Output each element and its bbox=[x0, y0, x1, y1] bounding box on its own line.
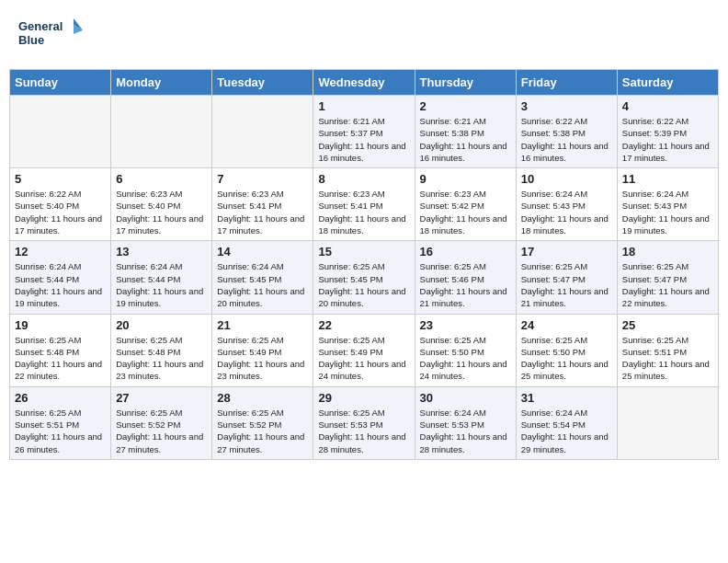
calendar-day-cell: 1Sunrise: 6:21 AMSunset: 5:37 PMDaylight… bbox=[313, 96, 415, 168]
calendar-header-cell: Sunday bbox=[10, 70, 111, 96]
day-number: 11 bbox=[622, 172, 713, 186]
calendar-day-cell: 10Sunrise: 6:24 AMSunset: 5:43 PMDayligh… bbox=[516, 168, 617, 241]
day-info: Sunrise: 6:25 AMSunset: 5:48 PMDaylight:… bbox=[15, 334, 106, 383]
calendar-week-row: 26Sunrise: 6:25 AMSunset: 5:51 PMDayligh… bbox=[10, 386, 719, 459]
day-number: 2 bbox=[420, 99, 511, 113]
calendar-header-cell: Tuesday bbox=[212, 70, 313, 96]
day-info: Sunrise: 6:21 AMSunset: 5:37 PMDaylight:… bbox=[318, 115, 409, 164]
calendar-week-row: 1Sunrise: 6:21 AMSunset: 5:37 PMDaylight… bbox=[10, 96, 719, 168]
calendar-day-cell: 13Sunrise: 6:24 AMSunset: 5:44 PMDayligh… bbox=[111, 241, 212, 314]
day-number: 7 bbox=[217, 172, 308, 186]
day-info: Sunrise: 6:25 AMSunset: 5:45 PMDaylight:… bbox=[318, 260, 409, 309]
day-info: Sunrise: 6:25 AMSunset: 5:49 PMDaylight:… bbox=[318, 334, 409, 383]
calendar-day-cell: 29Sunrise: 6:25 AMSunset: 5:53 PMDayligh… bbox=[313, 386, 415, 459]
calendar-day-cell: 25Sunrise: 6:25 AMSunset: 5:51 PMDayligh… bbox=[617, 314, 718, 386]
day-info: Sunrise: 6:23 AMSunset: 5:40 PMDaylight:… bbox=[116, 188, 207, 236]
calendar-header-cell: Saturday bbox=[617, 70, 718, 96]
day-info: Sunrise: 6:23 AMSunset: 5:41 PMDaylight:… bbox=[318, 188, 409, 236]
day-number: 12 bbox=[15, 245, 106, 259]
calendar-day-cell: 18Sunrise: 6:25 AMSunset: 5:47 PMDayligh… bbox=[617, 241, 718, 314]
calendar-header-cell: Friday bbox=[516, 70, 617, 96]
calendar-day-cell: 22Sunrise: 6:25 AMSunset: 5:49 PMDayligh… bbox=[313, 314, 415, 386]
day-number: 17 bbox=[521, 245, 612, 259]
day-info: Sunrise: 6:23 AMSunset: 5:41 PMDaylight:… bbox=[217, 188, 308, 236]
day-number: 25 bbox=[622, 318, 713, 332]
day-info: Sunrise: 6:22 AMSunset: 5:39 PMDaylight:… bbox=[622, 115, 713, 164]
calendar-day-cell bbox=[10, 96, 111, 168]
calendar-day-cell: 21Sunrise: 6:25 AMSunset: 5:49 PMDayligh… bbox=[212, 314, 313, 386]
calendar-day-cell: 14Sunrise: 6:24 AMSunset: 5:45 PMDayligh… bbox=[212, 241, 313, 314]
day-info: Sunrise: 6:24 AMSunset: 5:44 PMDaylight:… bbox=[15, 260, 106, 309]
calendar-day-cell: 30Sunrise: 6:24 AMSunset: 5:53 PMDayligh… bbox=[415, 386, 516, 459]
day-number: 3 bbox=[521, 99, 612, 113]
day-info: Sunrise: 6:25 AMSunset: 5:51 PMDaylight:… bbox=[15, 407, 106, 455]
day-info: Sunrise: 6:25 AMSunset: 5:52 PMDaylight:… bbox=[217, 407, 308, 455]
logo-svg: General Blue bbox=[18, 14, 83, 55]
day-number: 31 bbox=[521, 391, 612, 405]
calendar-day-cell: 15Sunrise: 6:25 AMSunset: 5:45 PMDayligh… bbox=[313, 241, 415, 314]
day-info: Sunrise: 6:25 AMSunset: 5:46 PMDaylight:… bbox=[420, 260, 511, 309]
day-number: 6 bbox=[116, 172, 207, 186]
calendar-day-cell bbox=[212, 96, 313, 168]
calendar-day-cell: 20Sunrise: 6:25 AMSunset: 5:48 PMDayligh… bbox=[111, 314, 212, 386]
calendar-day-cell: 16Sunrise: 6:25 AMSunset: 5:46 PMDayligh… bbox=[415, 241, 516, 314]
day-info: Sunrise: 6:24 AMSunset: 5:43 PMDaylight:… bbox=[622, 188, 713, 236]
calendar-day-cell bbox=[111, 96, 212, 168]
calendar-day-cell: 12Sunrise: 6:24 AMSunset: 5:44 PMDayligh… bbox=[10, 241, 111, 314]
calendar-day-cell: 23Sunrise: 6:25 AMSunset: 5:50 PMDayligh… bbox=[415, 314, 516, 386]
day-info: Sunrise: 6:22 AMSunset: 5:40 PMDaylight:… bbox=[15, 188, 106, 236]
day-number: 19 bbox=[15, 318, 106, 332]
calendar-day-cell bbox=[617, 386, 718, 459]
day-info: Sunrise: 6:25 AMSunset: 5:50 PMDaylight:… bbox=[420, 334, 511, 383]
day-number: 16 bbox=[420, 245, 511, 259]
calendar-header-cell: Wednesday bbox=[313, 70, 415, 96]
logo[interactable]: General Blue bbox=[18, 14, 83, 55]
day-info: Sunrise: 6:24 AMSunset: 5:54 PMDaylight:… bbox=[521, 407, 612, 455]
day-info: Sunrise: 6:25 AMSunset: 5:50 PMDaylight:… bbox=[521, 334, 612, 383]
calendar-day-cell: 4Sunrise: 6:22 AMSunset: 5:39 PMDaylight… bbox=[617, 96, 718, 168]
calendar-day-cell: 6Sunrise: 6:23 AMSunset: 5:40 PMDaylight… bbox=[111, 168, 212, 241]
calendar-table: SundayMondayTuesdayWednesdayThursdayFrid… bbox=[9, 69, 719, 460]
day-number: 13 bbox=[116, 245, 207, 259]
svg-text:General: General bbox=[18, 19, 63, 33]
day-info: Sunrise: 6:25 AMSunset: 5:47 PMDaylight:… bbox=[622, 260, 713, 309]
day-info: Sunrise: 6:24 AMSunset: 5:43 PMDaylight:… bbox=[521, 188, 612, 236]
day-number: 8 bbox=[318, 172, 409, 186]
day-number: 24 bbox=[521, 318, 612, 332]
calendar-header-row: SundayMondayTuesdayWednesdayThursdayFrid… bbox=[10, 70, 719, 96]
day-number: 18 bbox=[622, 245, 713, 259]
calendar-day-cell: 17Sunrise: 6:25 AMSunset: 5:47 PMDayligh… bbox=[516, 241, 617, 314]
day-info: Sunrise: 6:24 AMSunset: 5:53 PMDaylight:… bbox=[420, 407, 511, 455]
day-info: Sunrise: 6:25 AMSunset: 5:51 PMDaylight:… bbox=[622, 334, 713, 383]
day-number: 14 bbox=[217, 245, 308, 259]
day-number: 27 bbox=[116, 391, 207, 405]
day-number: 28 bbox=[217, 391, 308, 405]
calendar-day-cell: 7Sunrise: 6:23 AMSunset: 5:41 PMDaylight… bbox=[212, 168, 313, 241]
calendar-day-cell: 27Sunrise: 6:25 AMSunset: 5:52 PMDayligh… bbox=[111, 386, 212, 459]
day-number: 15 bbox=[318, 245, 409, 259]
day-number: 26 bbox=[15, 391, 106, 405]
calendar-week-row: 19Sunrise: 6:25 AMSunset: 5:48 PMDayligh… bbox=[10, 314, 719, 386]
calendar-body: 1Sunrise: 6:21 AMSunset: 5:37 PMDaylight… bbox=[10, 96, 719, 460]
calendar-day-cell: 11Sunrise: 6:24 AMSunset: 5:43 PMDayligh… bbox=[617, 168, 718, 241]
day-number: 10 bbox=[521, 172, 612, 186]
day-info: Sunrise: 6:25 AMSunset: 5:53 PMDaylight:… bbox=[318, 407, 409, 455]
day-number: 4 bbox=[622, 99, 713, 113]
calendar-header-cell: Thursday bbox=[415, 70, 516, 96]
day-info: Sunrise: 6:24 AMSunset: 5:45 PMDaylight:… bbox=[217, 260, 308, 309]
day-info: Sunrise: 6:25 AMSunset: 5:52 PMDaylight:… bbox=[116, 407, 207, 455]
day-info: Sunrise: 6:21 AMSunset: 5:38 PMDaylight:… bbox=[420, 115, 511, 164]
day-number: 20 bbox=[116, 318, 207, 332]
calendar-day-cell: 5Sunrise: 6:22 AMSunset: 5:40 PMDaylight… bbox=[10, 168, 111, 241]
day-info: Sunrise: 6:25 AMSunset: 5:47 PMDaylight:… bbox=[521, 260, 612, 309]
calendar-day-cell: 3Sunrise: 6:22 AMSunset: 5:38 PMDaylight… bbox=[516, 96, 617, 168]
calendar-day-cell: 28Sunrise: 6:25 AMSunset: 5:52 PMDayligh… bbox=[212, 386, 313, 459]
calendar-day-cell: 9Sunrise: 6:23 AMSunset: 5:42 PMDaylight… bbox=[415, 168, 516, 241]
day-number: 1 bbox=[318, 99, 409, 113]
day-info: Sunrise: 6:24 AMSunset: 5:44 PMDaylight:… bbox=[116, 260, 207, 309]
day-number: 29 bbox=[318, 391, 409, 405]
day-number: 30 bbox=[420, 391, 511, 405]
calendar-header-cell: Monday bbox=[111, 70, 212, 96]
calendar-day-cell: 2Sunrise: 6:21 AMSunset: 5:38 PMDaylight… bbox=[415, 96, 516, 168]
calendar-day-cell: 24Sunrise: 6:25 AMSunset: 5:50 PMDayligh… bbox=[516, 314, 617, 386]
